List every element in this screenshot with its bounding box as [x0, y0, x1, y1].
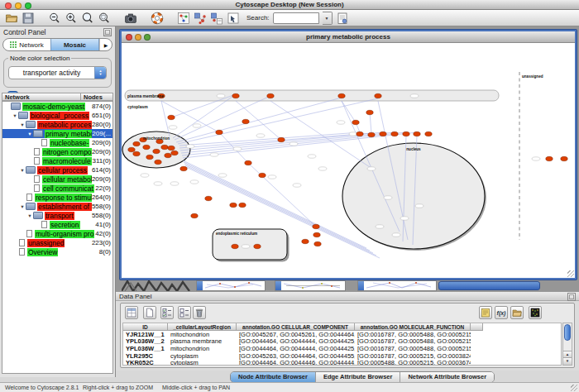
expand-arrow-icon[interactable]: ▼ [19, 204, 26, 209]
tree-row[interactable]: ▼metabolic process280(0) [2, 120, 112, 129]
network-node[interactable] [267, 93, 274, 98]
tree-item-label[interactable]: mosaic-demo-yeast [22, 103, 85, 111]
tree-column-network[interactable]: Network [2, 93, 81, 101]
tree-row[interactable]: Overview8(0) [2, 247, 112, 256]
zoomed-view-fragment[interactable] [122, 280, 194, 292]
tree-item-label[interactable]: multi-organism pro [35, 230, 94, 238]
tree-row[interactable]: ▼establishment of lo558(0) [2, 202, 112, 211]
tree-row[interactable]: response to stimulu264(0) [2, 193, 112, 202]
expand-arrow-icon[interactable]: ▼ [19, 122, 26, 127]
tree-row[interactable]: nitrogen compo209(0) [2, 147, 112, 156]
browser-tab[interactable]: Edge Attribute Browser [316, 372, 400, 382]
network-node[interactable] [191, 213, 198, 218]
table-cell[interactable]: [GO:0005488, GO:0005215, GO:0003674] [355, 359, 471, 366]
tree-item-label[interactable]: response to stimulu [35, 194, 92, 202]
help-lifering-icon[interactable] [151, 12, 164, 25]
tree-item-label[interactable]: cell communicat [42, 184, 94, 193]
network-tree[interactable]: mosaic-demo-yeast874(0)▼biological_proce… [2, 101, 113, 374]
network-node[interactable] [302, 239, 309, 243]
import-attributes-icon[interactable] [510, 306, 524, 319]
network-node[interactable] [230, 203, 237, 207]
network-node[interactable] [278, 137, 285, 141]
window-titlebar[interactable]: Cytoscape Desktop (New Session) [0, 0, 579, 10]
unselect-all-attributes-icon[interactable] [178, 306, 191, 319]
network-node[interactable] [259, 173, 266, 177]
view-thumbnail[interactable] [275, 280, 346, 291]
tree-row[interactable]: nucleobase-209(0) [2, 138, 112, 147]
network-node[interactable] [165, 153, 171, 157]
network-canvas[interactable]: plasma membranecytoplasmmitochondrionnuc… [122, 43, 575, 278]
tree-item-label[interactable]: metabolic process [37, 121, 92, 129]
tree-item-label[interactable]: cellular process [37, 166, 88, 174]
browser-tab[interactable]: Network Attribute Browser [400, 372, 494, 382]
scrollbar-thumb[interactable] [564, 324, 571, 341]
network-view-titlebar[interactable]: primary metabolic process [122, 31, 575, 43]
select-all-attributes-icon[interactable] [160, 306, 174, 319]
expand-arrow-icon[interactable]: ▼ [19, 168, 26, 173]
network-node[interactable] [425, 131, 432, 136]
tree-row[interactable]: ▼cellular process614(0) [2, 165, 112, 174]
network-node[interactable] [313, 224, 319, 228]
zoom-in-icon[interactable] [65, 12, 78, 25]
import-network-icon[interactable] [194, 12, 207, 25]
node-color-dropdown[interactable]: transporter activity ▲▼ [8, 66, 107, 79]
network-node[interactable] [546, 156, 553, 160]
attribute-matrix-icon[interactable] [529, 306, 542, 319]
tree-row[interactable]: multi-organism pro42(0) [2, 229, 112, 238]
column-header[interactable]: ID [123, 323, 168, 331]
tree-item-label[interactable]: establishment of lo [37, 203, 92, 211]
tree-item-label[interactable]: primary metabo [45, 130, 92, 138]
tree-row[interactable]: cellular metabol209(0) [2, 174, 112, 184]
attribute-table[interactable]: ID_cellularLayoutRegionannotation.GO CEL… [122, 323, 562, 366]
network-view-window[interactable]: primary metabolic process plasma membran… [120, 30, 577, 280]
zoom-out-icon[interactable] [48, 12, 61, 25]
network-node[interactable] [128, 147, 135, 151]
network-node[interactable] [254, 244, 261, 248]
browser-tab[interactable]: Node Attribute Browser [231, 372, 316, 382]
table-scrollbar[interactable]: ▲ ▼ [562, 323, 572, 366]
search-config-icon[interactable] [336, 12, 349, 25]
table-cell[interactable]: [GO:0044464, GO:0044446, GO:0044444, G..… [237, 359, 355, 366]
search-dropdown-icon[interactable]: ▼ [323, 12, 333, 25]
network-node[interactable] [375, 93, 381, 98]
tree-row[interactable]: unassigned223(0) [2, 238, 112, 247]
expand-arrow-icon[interactable]: ▼ [26, 213, 33, 218]
attribute-grid-icon[interactable] [125, 306, 138, 319]
view-thumbnail[interactable] [357, 280, 437, 291]
save-session-icon[interactable] [22, 12, 35, 25]
tree-item-label[interactable]: nitrogen compo [42, 148, 92, 156]
network-edge[interactable] [370, 112, 371, 133]
network-node[interactable] [168, 146, 175, 150]
network-node[interactable] [171, 151, 178, 155]
float-panel-icon[interactable] [103, 28, 112, 36]
tree-item-label[interactable]: nucleobase- [50, 139, 89, 147]
tree-item-label[interactable]: secretion [50, 221, 80, 229]
network-node[interactable] [161, 145, 168, 149]
vizmapper-icon[interactable] [177, 12, 190, 25]
tree-item-label[interactable]: biological_process [30, 112, 89, 120]
network-node[interactable] [368, 132, 375, 136]
column-header[interactable]: annotation.GO CELLULAR_COMPONENT [237, 323, 355, 331]
network-node[interactable] [239, 203, 246, 207]
network-node[interactable] [366, 110, 373, 114]
label-notes-icon[interactable] [479, 306, 492, 319]
tree-row[interactable]: cell communicat22(0) [2, 184, 112, 193]
tree-row[interactable]: ▼primary metabo209(... [2, 129, 112, 138]
network-node[interactable] [242, 119, 249, 123]
snapshot-camera-icon[interactable] [124, 12, 137, 25]
tree-row[interactable]: macromolecule311(0) [2, 156, 112, 165]
new-attribute-icon[interactable] [143, 306, 156, 319]
network-node[interactable] [561, 156, 567, 160]
import-table-icon[interactable] [210, 12, 223, 25]
network-node[interactable] [245, 160, 251, 165]
tree-row[interactable]: secretion41(0) [2, 220, 112, 229]
network-node[interactable] [155, 160, 161, 164]
scroll-down-icon[interactable]: ▼ [563, 357, 572, 365]
network-edge[interactable] [248, 163, 316, 227]
zoom-fit-icon[interactable] [81, 12, 94, 25]
view-thumbnail[interactable] [196, 280, 266, 291]
network-node[interactable] [146, 155, 153, 159]
network-node[interactable] [133, 141, 140, 146]
table-row[interactable]: YJR121W__1mitochondrion[GO:0045267, GO:0… [123, 331, 561, 338]
zoom-selected-icon[interactable] [98, 12, 111, 25]
